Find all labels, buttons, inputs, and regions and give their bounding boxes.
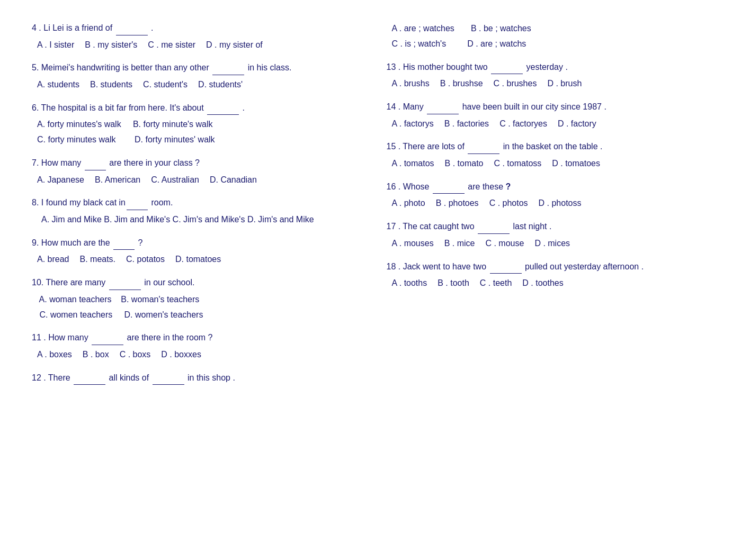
q14-optD: D . factory: [558, 116, 596, 132]
q15-optB: B . tomato: [445, 156, 484, 171]
q16-blank: [433, 180, 465, 194]
q17-optA: A . mouses: [392, 236, 434, 251]
q9-optB: B. meats.: [79, 252, 115, 267]
q4-optA: A . I sister: [37, 38, 74, 53]
q18-optB: B . tooth: [438, 276, 469, 291]
q15-optD: D . tomatoes: [552, 156, 600, 171]
q8-optB: B. Jim and Mike's: [104, 215, 170, 224]
q10-opts-row2: C. women teachers D. women's teachers: [37, 308, 355, 323]
q18-text: 18 . Jack went to have two pulled out ye…: [387, 260, 710, 274]
q11-options: A . boxes B . box C . boxs D . boxxes: [37, 347, 355, 363]
q7-optC: C. Australian: [151, 173, 199, 188]
q13-optD: D . brush: [547, 76, 582, 92]
q18-optA: A . tooths: [392, 276, 427, 291]
q10-opts-row1: A. woman teachers B. woman's teachers: [37, 292, 355, 308]
q12-text: 12 . There all kinds of in this shop .: [32, 371, 355, 385]
q18-optC: C . teeth: [480, 276, 512, 291]
q14-optB: B . factories: [444, 116, 489, 132]
q8-optA: A. Jim and Mike: [37, 215, 102, 224]
q4-optB: B . my sister's: [85, 38, 137, 53]
q6-options: A. forty minutes's walk B. forty minute'…: [37, 117, 355, 148]
question-14: 14 . Many have been built in our city si…: [387, 100, 710, 131]
question-9: 9. How much are the ? A. bread B. meats.…: [32, 236, 355, 267]
q11-text: 11 . How many are there in the room ?: [32, 331, 355, 345]
question-7: 7. How many are there in your class ? A.…: [32, 156, 355, 187]
q17-text: 17 . The cat caught two last night .: [387, 220, 710, 234]
q13-text: 13 . His mother bought two yesterday .: [387, 60, 710, 75]
q4-options: A . I sister B . my sister's C . me sist…: [37, 38, 355, 53]
q15-optC: C . tomatoss: [494, 156, 541, 171]
q13-optA: A . brushs: [392, 76, 430, 92]
q4-optC: C . me sister: [148, 38, 195, 53]
q14-blank: [427, 100, 459, 114]
q14-text: 14 . Many have been built in our city si…: [387, 100, 710, 114]
q9-optA: A. bread: [37, 252, 69, 267]
q5-text: 5. Meimei's handwriting is better than a…: [32, 61, 355, 75]
q15-options: A . tomatos B . tomato C . tomatoss D . …: [392, 156, 710, 171]
q10-optC: C. women teachers: [37, 310, 112, 319]
q12-blank2: [153, 371, 184, 385]
q6-text: 6. The hospital is a bit far from here. …: [32, 101, 355, 115]
q8-optC: C. Jim's and Mike's: [173, 215, 245, 224]
q16-optD: D . photoss: [539, 196, 582, 211]
q5-optC: C. student's: [143, 77, 188, 93]
q5-optA: A. students: [37, 77, 79, 93]
q8-optD: D. Jim's and Mike: [247, 215, 314, 224]
q7-text: 7. How many are there in your class ?: [32, 156, 355, 170]
q9-text: 9. How much are the ?: [32, 236, 355, 250]
q7-optA: A. Japanese: [37, 173, 84, 188]
q16-optA: A . photo: [392, 196, 425, 211]
left-column: 4 . Li Lei is a friend of . A . I sister…: [32, 21, 355, 390]
q16-optB: B . photoes: [436, 196, 479, 211]
q6-opts-row1: A. forty minutes's walk B. forty minute'…: [37, 117, 355, 132]
q9-optC: C. potatos: [126, 252, 165, 267]
q6-optA: A. forty minutes's walk: [37, 120, 121, 129]
question-12: 12 . There all kinds of in this shop .: [32, 371, 355, 387]
q4-blank: [116, 21, 148, 35]
q16-optC: C . photos: [489, 196, 528, 211]
q10-optD: D. women's teachers: [124, 310, 203, 319]
q18-optD: D . toothes: [522, 276, 563, 291]
q16-options: A . photo B . photoes C . photos D . pho…: [392, 196, 710, 211]
q14-optC: C . factoryes: [499, 116, 547, 132]
q5-options: A. students B. students C. student's D. …: [37, 77, 355, 93]
q11-optB: B . box: [83, 347, 109, 363]
q14-options: A . factorys B . factories C . factoryes…: [392, 116, 710, 132]
q5-optD: D. students': [198, 77, 243, 93]
question-18: 18 . Jack went to have two pulled out ye…: [387, 260, 710, 291]
question-17: 17 . The cat caught two last night . A .…: [387, 220, 710, 251]
q10-optA: A. woman teachers: [37, 295, 112, 304]
q17-optC: C . mouse: [485, 236, 524, 251]
q15-blank: [468, 140, 499, 154]
q10-blank: [109, 276, 141, 290]
q12-options: A . are ; watches B . be ; watches C . i…: [392, 21, 710, 52]
q13-options: A . brushs B . brushse C . brushes D . b…: [392, 76, 710, 92]
q11-optD: D . boxxes: [161, 347, 201, 363]
q6-optD: D. forty minutes' walk: [135, 135, 215, 144]
q9-optD: D. tomatoes: [175, 252, 221, 267]
q17-optD: D . mices: [534, 236, 570, 251]
q10-optB: B. woman's teachers: [121, 295, 199, 304]
question-8: 8. I found my black cat in room. A. Jim …: [32, 196, 355, 227]
q13-optB: B . brushse: [440, 76, 483, 92]
q7-optB: B. American: [95, 173, 140, 188]
q9-blank: [113, 236, 135, 250]
question-13: 13 . His mother bought two yesterday . A…: [387, 60, 710, 92]
q13-blank: [491, 60, 523, 75]
question-11: 11 . How many are there in the room ? A …: [32, 331, 355, 362]
q14-optA: A . factorys: [392, 116, 434, 132]
question-15: 15 . There are lots of in the basket on …: [387, 140, 710, 171]
q10-text: 10. There are many in our school.: [32, 276, 355, 290]
q4-text: 4 . Li Lei is a friend of .: [32, 21, 355, 35]
q12-optC: C . is ; watch's: [392, 39, 447, 48]
q5-blank: [212, 61, 244, 75]
q7-blank: [85, 156, 106, 170]
q7-options: A. Japanese B. American C. Australian D.…: [37, 173, 355, 188]
q12-optD: D . are ; watchs: [467, 39, 526, 48]
q16-text: 16 . Whose are these ?: [387, 180, 710, 194]
q7-optD: D. Canadian: [210, 173, 257, 188]
q10-options: A. woman teachers B. woman's teachers C.…: [37, 292, 355, 323]
q6-opts-row2: C. forty minutes walk D. forty minutes' …: [37, 132, 355, 148]
question-5: 5. Meimei's handwriting is better than a…: [32, 61, 355, 92]
q12-optB: B . be ; watches: [471, 24, 531, 33]
